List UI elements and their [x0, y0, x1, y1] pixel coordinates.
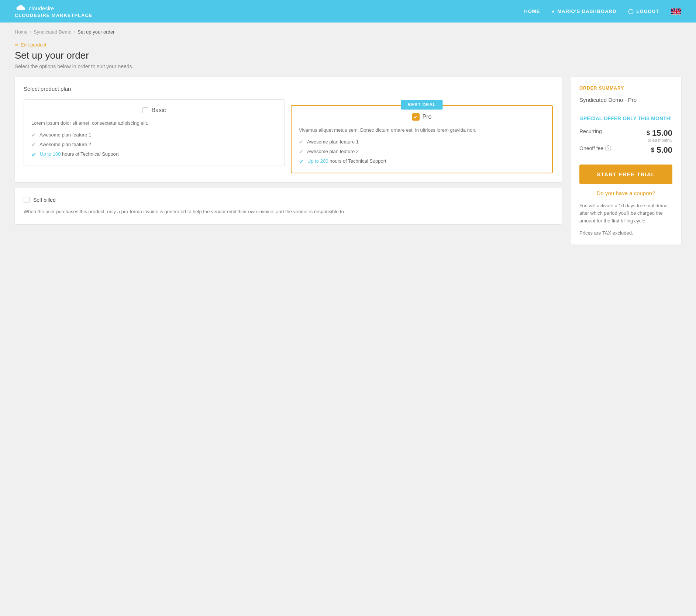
plan-card-basic[interactable]: Basic Lorem ipsum dolor sit amet, consec…	[24, 99, 285, 166]
order-product-name: Syndicated Demo - Pro	[579, 97, 672, 103]
plan-basic-header: Basic	[31, 107, 277, 114]
plan-feature: ✔ Awesome plan feature 2	[299, 149, 545, 155]
check-circle-icon: ✔	[31, 151, 36, 158]
oneoff-price-row: Oneoff fee ? $ 5.00	[579, 145, 672, 155]
logo-name: cloudesire	[29, 5, 54, 11]
page-header: cloudesire CLOUDESIRE MARKETPLACE HOME ●…	[0, 0, 696, 23]
self-billed-checkbox[interactable]	[24, 197, 30, 203]
language-flag[interactable]	[671, 8, 681, 15]
check-icon: ✔	[299, 139, 303, 145]
plan-feature-highlight: ✔ Up to 100 hours of Technical Support	[31, 151, 277, 158]
nav-home[interactable]: HOME	[524, 8, 540, 14]
recurring-label: Recurring	[579, 128, 602, 134]
page-title: Set up your order	[15, 50, 681, 61]
order-summary-card: ORDER SUMMARY Syndicated Demo - Pro SPEC…	[571, 77, 681, 245]
plan-basic-checkbox[interactable]	[142, 107, 148, 113]
page-title-section: ✏ Edit product Set up your order Select …	[0, 38, 696, 77]
plan-feature: ✔ Awesome plan feature 1	[31, 132, 277, 138]
coupon-link[interactable]: Do you have a coupon?	[579, 190, 672, 196]
plan-pro-name: Pro	[423, 114, 432, 120]
order-divider	[579, 109, 672, 109]
self-billed-description: When the user purchases this product, on…	[24, 208, 553, 216]
power-icon: ◯	[628, 8, 634, 14]
check-icon: ✔	[31, 132, 36, 138]
oneoff-label: Oneoff fee	[579, 145, 603, 151]
left-panel: Select product plan Basic Lorem ipsum do…	[15, 77, 562, 224]
pencil-icon: ✏	[15, 42, 19, 48]
breadcrumb: Home › Syndicated Demo › Set up your ord…	[0, 23, 696, 38]
breadcrumb-home[interactable]: Home	[15, 29, 28, 35]
main-content: Select product plan Basic Lorem ipsum do…	[0, 77, 696, 259]
check-circle-icon: ✔	[299, 158, 304, 165]
nav-logout[interactable]: ◯ LOGOUT	[628, 8, 659, 14]
recurring-sub: billed monthly	[647, 138, 672, 142]
oneoff-amount: $ 5.00	[651, 145, 672, 155]
plan-basic-description: Lorem ipsum dolor sit amet, consectetur …	[31, 120, 277, 127]
plan-pro-features: ✔ Awesome plan feature 1 ✔ Awesome plan …	[299, 139, 545, 165]
order-summary-title: ORDER SUMMARY	[579, 86, 672, 91]
plan-basic-features: ✔ Awesome plan feature 1 ✔ Awesome plan …	[31, 132, 277, 158]
plan-basic-name: Basic	[151, 107, 166, 114]
breadcrumb-current: Set up your order	[77, 29, 114, 35]
self-billed-card: Self billed When the user purchases this…	[15, 188, 562, 225]
special-offer: SPECIAL OFFER ONLY THIS MONTH!	[579, 115, 672, 122]
user-icon: ●	[552, 8, 555, 14]
best-deal-badge: BEST DEAL	[401, 100, 442, 110]
nav-dashboard[interactable]: ● MARIO'S DASHBOARD	[552, 8, 616, 14]
page-subtitle: Select the options below in order to sui…	[15, 63, 681, 69]
plan-pro-header: ✔ Pro	[299, 113, 545, 121]
self-billed-label: Self billed	[33, 197, 56, 203]
plan-pro-checkbox[interactable]: ✔	[412, 113, 420, 121]
recurring-amount: $ 15.00	[647, 128, 672, 138]
edit-product-link[interactable]: ✏ Edit product	[15, 42, 681, 48]
self-billed-header: Self billed	[24, 197, 553, 203]
right-panel: ORDER SUMMARY Syndicated Demo - Pro SPEC…	[571, 77, 681, 245]
logo: cloudesire CLOUDESIRE MARKETPLACE	[15, 4, 93, 18]
plan-card-pro[interactable]: BEST DEAL ✔ Pro Vivamus aliquet metus se…	[291, 105, 553, 173]
tax-info: Prices are TAX excluded.	[579, 230, 672, 236]
main-nav: HOME ● MARIO'S DASHBOARD ◯ LOGOUT	[524, 8, 681, 15]
plan-selection-card: Select product plan Basic Lorem ipsum do…	[15, 77, 562, 182]
marketplace-label: CLOUDESIRE MARKETPLACE	[15, 13, 93, 18]
plan-feature: ✔ Awesome plan feature 1	[299, 139, 545, 145]
cloud-icon	[15, 4, 26, 12]
breadcrumb-sep-2: ›	[74, 29, 75, 35]
breadcrumb-product[interactable]: Syndicated Demo	[34, 29, 72, 35]
check-icon: ✔	[299, 149, 303, 155]
plan-feature-highlight: ✔ Up to 200 hours of Technical Support	[299, 158, 545, 165]
recurring-price-row: Recurring $ 15.00 billed monthly	[579, 128, 672, 142]
plan-pro-description: Vivamus aliquet metus sem. Donec dictum …	[299, 127, 545, 134]
plan-cards: Basic Lorem ipsum dolor sit amet, consec…	[24, 99, 553, 173]
oneoff-help-icon[interactable]: ?	[605, 145, 611, 151]
plan-feature: ✔ Awesome plan feature 2	[31, 142, 277, 148]
start-trial-button[interactable]: START FREE TRIAL	[579, 165, 672, 184]
breadcrumb-sep-1: ›	[30, 29, 31, 35]
check-icon: ✔	[31, 142, 36, 148]
trial-info: You will activate a 10 days free trial d…	[579, 202, 672, 225]
plan-section-title: Select product plan	[24, 86, 553, 92]
